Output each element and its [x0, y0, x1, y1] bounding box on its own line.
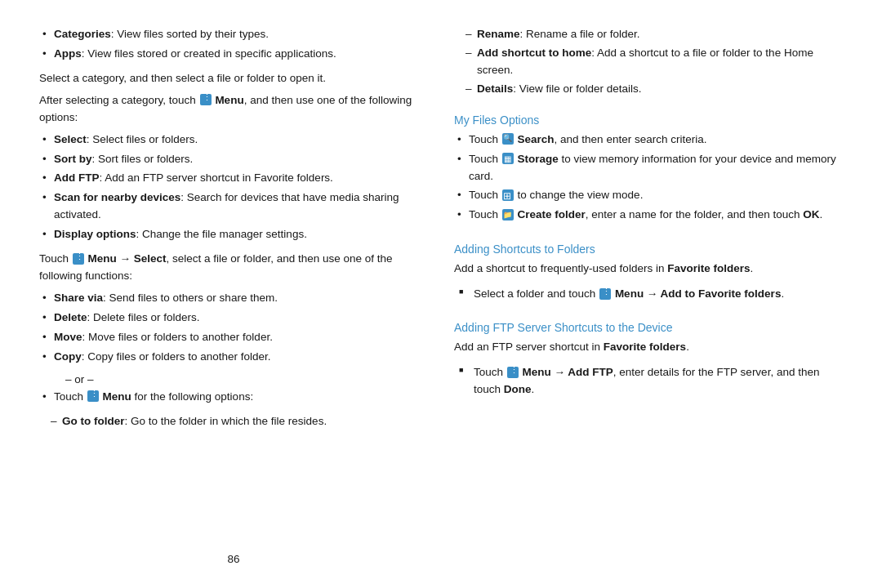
bullet-list-1: Categories: View files sorted by their t…: [39, 26, 428, 65]
list-item: Share via: Send files to others or share…: [39, 290, 428, 307]
menu-icon: [200, 94, 212, 105]
menu-icon: [507, 367, 519, 378]
sub-list-item: Rename: Rename a file or folder.: [466, 26, 843, 43]
bold-categories: Categories: [54, 28, 111, 40]
list-item-search: Touch Search, and then enter search crit…: [454, 131, 843, 149]
list-item-storage: Touch Storage to view memory information…: [454, 151, 843, 185]
sub-list-item: Go to folder: Go to the folder in which …: [51, 413, 428, 430]
para-adding-shortcuts: Add a shortcut to frequently-used folder…: [454, 261, 843, 278]
left-column: Categories: View files sorted by their t…: [39, 26, 428, 565]
list-item: Display options: Change the file manager…: [39, 226, 428, 243]
bold-apps: Apps: [54, 47, 82, 60]
list-item: Scan for nearby devices: Search for devi…: [39, 189, 428, 224]
sub-list-item: Details: View file or folder details.: [466, 81, 843, 98]
grid-icon: [502, 189, 514, 201]
or-divider: – or –: [39, 373, 428, 385]
list-item: Add FTP: Add an FTP server shortcut in F…: [39, 170, 428, 187]
list-item-touch-menu: Touch Menu for the following options:: [39, 389, 428, 406]
storage-icon: [502, 153, 514, 164]
list-item: Categories: View files sorted by their t…: [39, 26, 428, 43]
para-select-category: Select a category, and then select a fil…: [39, 70, 428, 87]
para-touch-menu-select: Touch Menu → Select, select a file or fo…: [39, 251, 428, 285]
section-title-my-files: My Files Options: [454, 114, 843, 127]
list-item: Copy: Copy files or folders to another f…: [39, 349, 428, 366]
list-item: Delete: Delete files or folders.: [39, 310, 428, 327]
square-list-item: Select a folder and touch Menu → Add to …: [459, 286, 843, 303]
square-list-shortcuts: Select a folder and touch Menu → Add to …: [459, 286, 843, 306]
folder-icon: [502, 209, 514, 220]
list-item: Select: Select files or folders.: [39, 131, 428, 149]
square-list-ftp: Touch Menu → Add FTP, enter details for …: [459, 364, 843, 402]
page-number: 86: [39, 545, 428, 565]
list-item-grid: Touch to change the view mode.: [454, 187, 843, 204]
bold-menu: Menu: [215, 94, 243, 106]
bullet-list-3: Share via: Send files to others or share…: [39, 290, 428, 368]
section-title-adding-shortcuts: Adding Shortcuts to Folders: [454, 243, 843, 256]
para-after-selecting: After selecting a category, touch Menu, …: [39, 92, 428, 127]
bullet-list-2: Select: Select files or folders. Sort by…: [39, 131, 428, 247]
square-list-item: Touch Menu → Add FTP, enter details for …: [459, 364, 843, 399]
search-icon: [502, 133, 514, 145]
my-files-bullet-list: Touch Search, and then enter search crit…: [454, 131, 843, 227]
menu-icon: [73, 253, 84, 265]
page: Categories: View files sorted by their t…: [0, 0, 882, 588]
right-column: Rename: Rename a file or folder. Add sho…: [454, 26, 843, 565]
list-item: Sort by: Sort files or folders.: [39, 151, 428, 168]
menu-icon: [599, 288, 611, 300]
sub-list-item: Add shortcut to home: Add a shortcut to …: [466, 45, 843, 79]
list-item-create-folder: Touch Create folder, enter a name for th…: [454, 207, 843, 224]
menu-icon: [87, 390, 99, 402]
section-title-ftp-shortcuts: Adding FTP Server Shortcuts to the Devic…: [454, 321, 843, 334]
bullet-list-4: Touch Menu for the following options:: [39, 389, 428, 408]
list-item: Move: Move files or folders to another f…: [39, 329, 428, 346]
sub-list-top: Rename: Rename a file or folder. Add sho…: [466, 26, 843, 100]
sub-list-goto: Go to folder: Go to the folder in which …: [51, 413, 428, 432]
list-item: Apps: View files stored or created in sp…: [39, 46, 428, 63]
para-ftp-shortcuts: Add an FTP server shortcut in Favorite f…: [454, 339, 843, 356]
